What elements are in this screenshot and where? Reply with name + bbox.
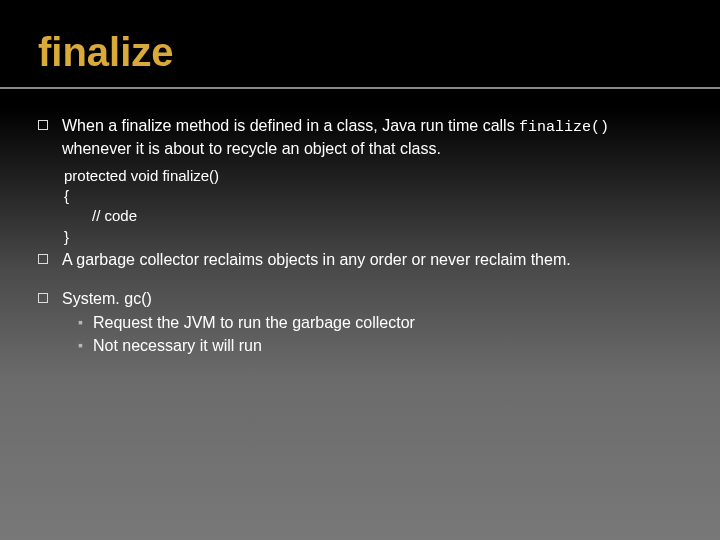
bullet-text: A garbage collector reclaims objects in … xyxy=(62,249,682,271)
bullet-1-code: finalize() xyxy=(519,119,609,136)
sub-bullet-list: ▪ Request the JVM to run the garbage col… xyxy=(78,312,682,356)
bullet-1-post: whenever it is about to recycle an objec… xyxy=(62,140,441,157)
square-bullet-icon xyxy=(38,254,48,264)
code-line-3: // code xyxy=(64,206,682,226)
bullet-text: When a finalize method is defined in a c… xyxy=(62,115,682,160)
sub-bullet-icon: ▪ xyxy=(78,313,83,332)
sub-bullet-text: Not necessary it will run xyxy=(93,335,262,357)
square-bullet-icon xyxy=(38,120,48,130)
slide: finalize When a finalize method is defin… xyxy=(0,0,720,540)
sub-bullet-icon: ▪ xyxy=(78,336,83,355)
bullet-text: System. gc() xyxy=(62,288,682,310)
square-bullet-icon xyxy=(38,293,48,303)
code-block: protected void finalize() { // code } xyxy=(64,166,682,247)
sub-bullet-text: Request the JVM to run the garbage colle… xyxy=(93,312,415,334)
spacer xyxy=(38,272,682,288)
sub-bullet-item-2: ▪ Not necessary it will run xyxy=(78,335,682,357)
bullet-item-3: System. gc() xyxy=(38,288,682,310)
code-line-4: } xyxy=(64,227,682,247)
title-underline xyxy=(0,87,720,89)
bullet-item-1: When a finalize method is defined in a c… xyxy=(38,115,682,160)
bullet-1-pre: When a finalize method is defined in a c… xyxy=(62,117,519,134)
code-line-1: protected void finalize() xyxy=(64,166,682,186)
slide-title: finalize xyxy=(38,30,682,75)
bullet-item-2: A garbage collector reclaims objects in … xyxy=(38,249,682,271)
sub-bullet-item-1: ▪ Request the JVM to run the garbage col… xyxy=(78,312,682,334)
code-line-2: { xyxy=(64,186,682,206)
